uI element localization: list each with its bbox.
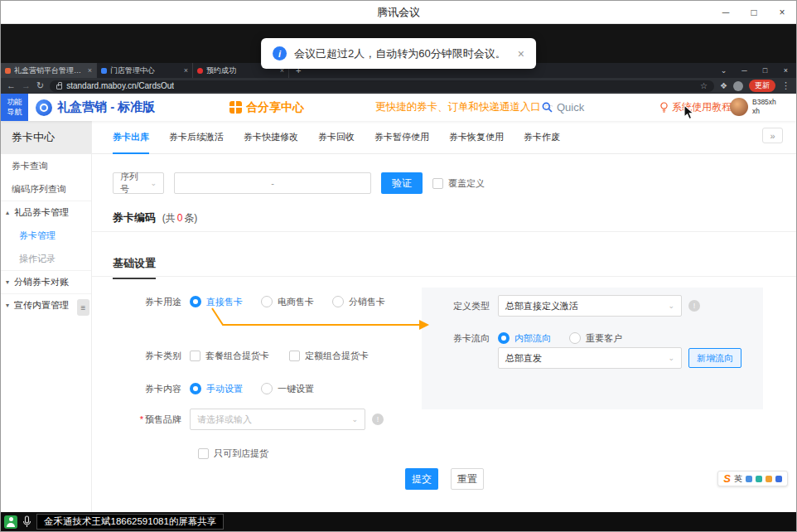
- verify-button[interactable]: 验证: [381, 172, 423, 194]
- extensions-icon[interactable]: ❖: [720, 81, 727, 90]
- presale-brand-select[interactable]: 请选择或输入 ⌄: [190, 409, 365, 430]
- share-center-link[interactable]: 合分享中心: [229, 94, 304, 121]
- checkbox-store-pickup-only[interactable]: 只可到店提货: [198, 447, 268, 460]
- sidebar-item-card-query[interactable]: 券卡查询: [1, 154, 91, 177]
- tab-card-outbound[interactable]: 券卡出库: [113, 121, 149, 153]
- meeting-bottom-bar: 金禾通技术王斌18662591081的屏幕共享: [1, 512, 796, 531]
- radio-important-customer[interactable]: 重要客户: [569, 332, 622, 345]
- user-avatar[interactable]: [730, 98, 748, 116]
- screen-share-view: i 会议已超过2人，自动转为60分钟限时会议。 × 礼盒营销平台管理中心 × 门…: [1, 24, 796, 512]
- radio-distribution-sale[interactable]: 分销售卡: [332, 296, 385, 308]
- browser-minimize-icon[interactable]: ─: [734, 66, 755, 75]
- mic-icon: [22, 515, 31, 528]
- maximize-icon[interactable]: □: [740, 1, 768, 24]
- radio-direct-sale[interactable]: 直接售卡: [190, 296, 243, 308]
- sidebar-item-code-serial-query[interactable]: 编码序列查询: [1, 177, 91, 201]
- minimize-icon[interactable]: ─: [712, 1, 740, 24]
- bookmark-star-icon[interactable]: ☆: [700, 81, 708, 90]
- ime-tool-icon[interactable]: [766, 476, 772, 482]
- sidebar-group-gift-card-mgmt[interactable]: ▴ 礼品券卡管理: [1, 201, 91, 224]
- close-icon[interactable]: ×: [768, 1, 796, 24]
- radio-ecommerce-sale[interactable]: 电商售卡: [261, 296, 314, 308]
- tab-close-icon[interactable]: ×: [184, 66, 188, 75]
- checkbox-fixed-combo-card[interactable]: 定额组合提货卡: [289, 350, 369, 362]
- ime-tool-icon[interactable]: [746, 476, 752, 482]
- browser-tab-gift-platform[interactable]: 礼盒营销平台管理中心 ×: [1, 63, 97, 78]
- sidebar-item-card-mgmt[interactable]: 券卡管理: [1, 224, 91, 247]
- form-actions: 提交 重置: [405, 468, 484, 490]
- radio-selected-icon: [498, 332, 510, 344]
- promo-link[interactable]: 更快捷的券卡、订单和快递通道入口 ☞: [375, 94, 553, 121]
- toast-message: 会议已超过2人，自动转为60分钟限时会议。: [294, 46, 506, 61]
- card-usage-label: 券卡用途: [92, 296, 190, 308]
- radio-one-click-setup[interactable]: 一键设置: [261, 383, 314, 395]
- tutorial-label: 系统使用教程: [672, 100, 732, 114]
- tab-search-icon[interactable]: ⌄: [713, 66, 734, 75]
- submit-button[interactable]: 提交: [405, 468, 438, 490]
- tab-card-resume[interactable]: 券卡恢复使用: [449, 121, 504, 153]
- user-info[interactable]: B385xh xh: [752, 98, 776, 116]
- sidebar-group-distribution-recon[interactable]: ▾ 分销券卡对账: [1, 270, 91, 293]
- user-name: B385xh: [752, 98, 776, 107]
- web-page: 功能导航 礼盒营销 - 标准版 合分享中心 更快捷的券卡、订单和快递通道入口 ☞: [1, 94, 796, 512]
- user-sub: xh: [752, 107, 776, 116]
- serial-range-input[interactable]: -: [174, 172, 371, 194]
- lock-icon: [56, 85, 62, 89]
- url-text: standard.maboy.cn/CardsOut: [66, 81, 174, 90]
- tab-card-recycle[interactable]: 券卡回收: [318, 121, 355, 153]
- override-define-checkbox[interactable]: 覆盖定义: [432, 177, 485, 190]
- profile-avatar-icon[interactable]: [733, 81, 743, 91]
- checkbox-icon: [198, 448, 209, 459]
- browser-update-button[interactable]: 更新: [749, 80, 775, 92]
- browser-menu-icon[interactable]: ⋮: [781, 80, 790, 91]
- tutorial-link[interactable]: 系统使用教程: [659, 94, 732, 121]
- define-type-select[interactable]: 总部直接定义激活 ⌄: [498, 295, 682, 317]
- radio-manual-setup[interactable]: 手动设置: [190, 383, 243, 395]
- radio-internal-flow[interactable]: 内部流向: [498, 332, 551, 345]
- tab-card-later-activate[interactable]: 券卡后续激活: [169, 121, 224, 153]
- browser-maximize-icon[interactable]: □: [755, 66, 775, 75]
- serial-type-select[interactable]: 序列号 ⌄: [113, 172, 164, 194]
- back-icon[interactable]: ←: [7, 81, 16, 90]
- ime-toolbar[interactable]: S 英: [717, 471, 788, 486]
- codes-count: (共0条): [162, 212, 198, 224]
- tab-card-void[interactable]: 券卡作废: [524, 121, 560, 153]
- add-flow-button[interactable]: 新增流向: [688, 348, 741, 368]
- checkbox-icon[interactable]: [432, 178, 443, 189]
- tab-title: 礼盒营销平台管理中心: [14, 65, 85, 76]
- tab-card-quick-edit[interactable]: 券卡快捷修改: [244, 121, 298, 153]
- define-type-row: 定义类型 总部直接定义激活 ⌄ !: [422, 295, 763, 317]
- sidebar-section-title: 券卡中心: [1, 121, 91, 154]
- chevron-down-icon: ⌄: [351, 415, 358, 423]
- reset-button[interactable]: 重置: [451, 468, 484, 490]
- ime-tool-icon[interactable]: [775, 476, 782, 482]
- codes-title: 券卡编码: [113, 211, 156, 224]
- quick-search[interactable]: Quick: [542, 94, 584, 121]
- forward-icon[interactable]: →: [22, 81, 31, 90]
- ime-mode-label[interactable]: 英: [734, 473, 742, 485]
- tab-card-suspend[interactable]: 券卡暂停使用: [374, 121, 429, 153]
- app-header: 功能导航 礼盒营销 - 标准版 合分享中心 更快捷的券卡、订单和快递通道入口 ☞: [1, 94, 796, 121]
- meeting-title: 腾讯会议: [377, 5, 420, 20]
- checkbox-package-combo-card[interactable]: 套餐组合提货卡: [190, 350, 269, 362]
- tab-close-icon[interactable]: ×: [88, 66, 92, 75]
- nav-toggle-button[interactable]: 功能导航: [1, 94, 28, 121]
- brand[interactable]: 礼盒营销 - 标准版: [36, 94, 155, 121]
- toast-close-icon[interactable]: ×: [518, 47, 524, 60]
- panel-collapse-button[interactable]: »: [762, 128, 783, 143]
- hint-icon[interactable]: !: [372, 414, 384, 425]
- caret-down-icon: ▾: [6, 302, 14, 309]
- flow-select[interactable]: 总部直发 ⌄: [498, 347, 682, 369]
- presale-brand-row: *预售品牌 请选择或输入 ⌄ !: [92, 409, 384, 430]
- presale-brand-label: *预售品牌: [92, 414, 190, 426]
- address-bar[interactable]: standard.maboy.cn/CardsOut ☆: [50, 80, 714, 92]
- reload-icon[interactable]: ↻: [36, 81, 44, 90]
- card-flow-row: 券卡流向 内部流向 重要客户: [422, 331, 763, 345]
- browser-tab-store-center[interactable]: 门店管理中心 ×: [97, 63, 193, 78]
- ime-tool-icon[interactable]: [756, 476, 762, 482]
- hint-icon[interactable]: !: [688, 300, 700, 312]
- browser-close-icon[interactable]: ×: [775, 66, 796, 75]
- sidebar-collapse-handle[interactable]: ≡: [77, 299, 89, 316]
- sidebar-item-operation-log[interactable]: 操作记录: [1, 247, 91, 270]
- sogou-logo-icon[interactable]: S: [723, 472, 731, 485]
